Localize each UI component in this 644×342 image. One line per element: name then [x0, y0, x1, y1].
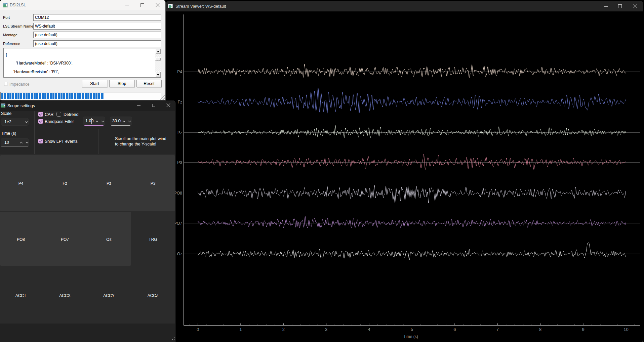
svg-text:8: 8 — [539, 327, 541, 332]
svg-text:2: 2 — [282, 327, 285, 332]
svg-text:Oz: Oz — [177, 252, 182, 256]
svg-text:9: 9 — [582, 327, 584, 332]
svg-text:1: 1 — [239, 327, 242, 332]
svg-text:Time (s): Time (s) — [403, 334, 418, 339]
svg-text:6: 6 — [453, 327, 456, 332]
svg-text:Fz: Fz — [178, 100, 182, 104]
svg-text:4: 4 — [368, 327, 370, 332]
svg-text:7: 7 — [496, 327, 499, 332]
svg-text:3: 3 — [325, 327, 327, 332]
svg-text:0: 0 — [197, 327, 199, 332]
svg-text:10: 10 — [623, 327, 628, 332]
svg-text:Pz: Pz — [177, 130, 182, 135]
svg-text:P3: P3 — [177, 160, 182, 165]
svg-text:5: 5 — [411, 327, 413, 332]
svg-text:P4: P4 — [177, 70, 182, 74]
